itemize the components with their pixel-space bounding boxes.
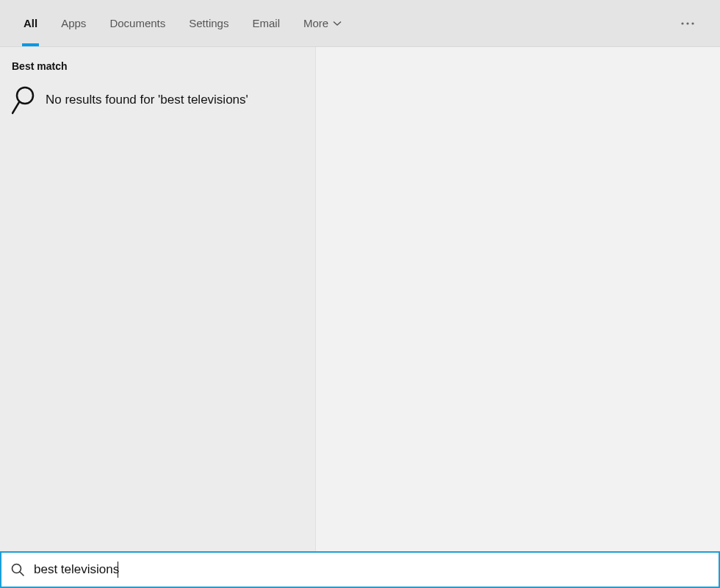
svg-point-0 [681,22,683,24]
no-results-text: No results found for 'best televisions' [46,93,248,107]
tab-label: Settings [189,17,228,29]
svg-point-2 [691,22,694,24]
tab-documents[interactable]: Documents [98,0,177,46]
search-input-value: best televisions [34,562,119,577]
results-left-pane: Best match No results found for 'best te… [0,47,316,551]
tab-more[interactable]: More [292,0,353,46]
no-results-row: No results found for 'best televisions' [0,79,315,121]
tab-label: More [303,17,328,29]
tab-label: Apps [61,17,86,29]
tab-email[interactable]: Email [240,0,292,46]
best-match-header: Best match [0,59,315,79]
ellipsis-icon [681,22,694,25]
results-right-pane [316,47,720,551]
text-caret [118,562,118,578]
svg-point-1 [686,22,688,24]
search-icon [10,562,25,577]
search-bar[interactable]: best televisions [0,551,720,588]
svg-point-3 [17,87,33,104]
tab-settings[interactable]: Settings [177,0,240,46]
tab-label: Documents [109,17,165,29]
tab-label: Email [252,17,280,29]
chevron-down-icon [333,19,342,28]
header-actions [673,0,720,46]
filter-tabs: All Apps Documents Settings Email More [12,0,353,46]
more-options-button[interactable] [673,9,702,38]
filter-tabs-header: All Apps Documents Settings Email More [0,0,720,47]
tab-apps[interactable]: Apps [49,0,98,46]
tab-all[interactable]: All [12,0,49,46]
search-input[interactable]: best televisions [34,562,710,578]
svg-line-4 [12,102,19,113]
tab-label: All [24,17,37,29]
svg-line-6 [20,572,24,576]
search-icon [12,85,37,115]
results-body: Best match No results found for 'best te… [0,47,720,551]
